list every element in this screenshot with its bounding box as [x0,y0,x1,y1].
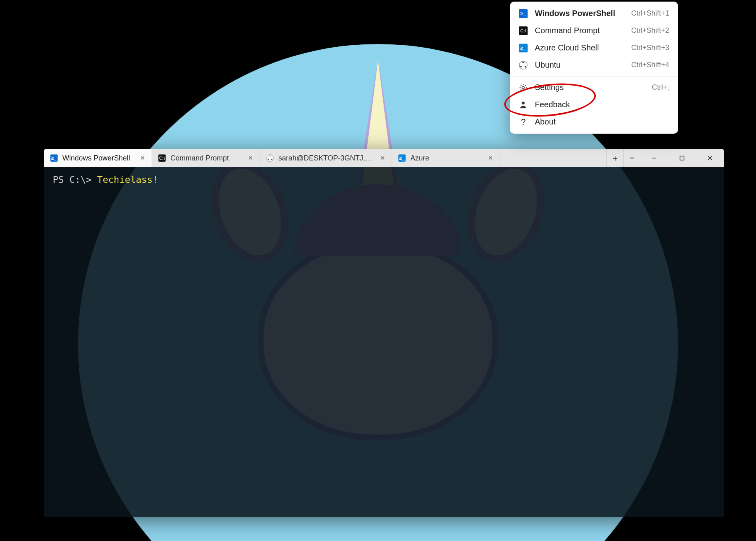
shortcut-label: Ctrl+, [652,83,669,92]
tab-label: Command Prompt [170,154,241,162]
close-icon[interactable]: ✕ [486,154,495,162]
svg-rect-5 [680,156,684,160]
close-icon[interactable]: ✕ [246,154,255,162]
ubuntu-icon [519,61,528,70]
tab-dropdown-button[interactable] [623,149,640,167]
windows-terminal-window: ≥_ Windows PowerShell ✕ C:\ Command Prom… [44,149,724,517]
cmd-icon: C:\ [519,26,528,35]
chevron-down-icon [629,155,635,161]
menu-label: Azure Cloud Shell [535,43,624,52]
shortcut-label: Ctrl+Shift+2 [631,26,669,35]
shortcut-label: Ctrl+Shift+3 [631,44,669,52]
menu-label: Command Prompt [535,26,624,35]
powershell-icon: ≥_ [519,9,528,18]
menu-item-azure[interactable]: ≥_ Azure Cloud Shell Ctrl+Shift+3 [510,39,678,56]
menu-label: Windows PowerShell [535,9,624,18]
minimize-button[interactable] [640,149,668,167]
tab-label: Azure [410,154,481,162]
azure-icon: ≥_ [398,154,406,162]
svg-point-3 [271,159,272,160]
window-controls [640,149,724,167]
close-icon[interactable]: ✕ [378,154,387,162]
maximize-button[interactable] [668,149,696,167]
menu-label: Ubuntu [535,60,624,70]
terminal-body[interactable]: PS C:\> Techielass! [44,167,724,517]
svg-point-2 [268,159,269,160]
svg-point-1 [270,155,271,156]
tab-actions: ＋ [606,149,640,167]
shortcut-label: Ctrl+Shift+4 [631,61,669,69]
shortcut-label: Ctrl+Shift+1 [631,9,669,18]
tab-azure[interactable]: ≥_ Azure ✕ [392,149,500,167]
ubuntu-icon [266,154,274,162]
menu-item-cmd[interactable]: C:\ Command Prompt Ctrl+Shift+2 [510,22,678,39]
powershell-icon: ≥_ [50,154,58,162]
cmd-icon: C:\ [158,154,166,162]
menu-item-ubuntu[interactable]: Ubuntu Ctrl+Shift+4 [510,56,678,74]
svg-point-11 [525,66,526,67]
titlebar: ≥_ Windows PowerShell ✕ C:\ Command Prom… [44,149,724,167]
close-icon[interactable]: ✕ [138,154,147,162]
tab-cmd[interactable]: C:\ Command Prompt ✕ [152,149,260,167]
menu-item-powershell[interactable]: ≥_ Windows PowerShell Ctrl+Shift+1 [510,5,678,22]
svg-point-12 [522,86,524,89]
tab-label: sarah@DESKTOP-3GNTJK5: / [278,154,373,162]
tab-label: Windows PowerShell [62,154,133,162]
menu-label: About [535,117,669,126]
question-icon: ? [519,118,528,126]
new-tab-button[interactable]: ＋ [606,149,623,167]
menu-separator [510,76,678,76]
tab-strip: ≥_ Windows PowerShell ✕ C:\ Command Prom… [44,149,606,167]
close-window-button[interactable] [696,149,724,167]
azure-icon: ≥_ [519,44,528,52]
svg-point-10 [520,66,522,67]
tab-powershell[interactable]: ≥_ Windows PowerShell ✕ [44,149,152,167]
terminal-prompt: PS C:\> [53,174,92,185]
tab-ubuntu[interactable]: sarah@DESKTOP-3GNTJK5: / ✕ [260,149,392,167]
svg-point-9 [522,62,524,63]
terminal-command: Techielass! [97,174,158,185]
